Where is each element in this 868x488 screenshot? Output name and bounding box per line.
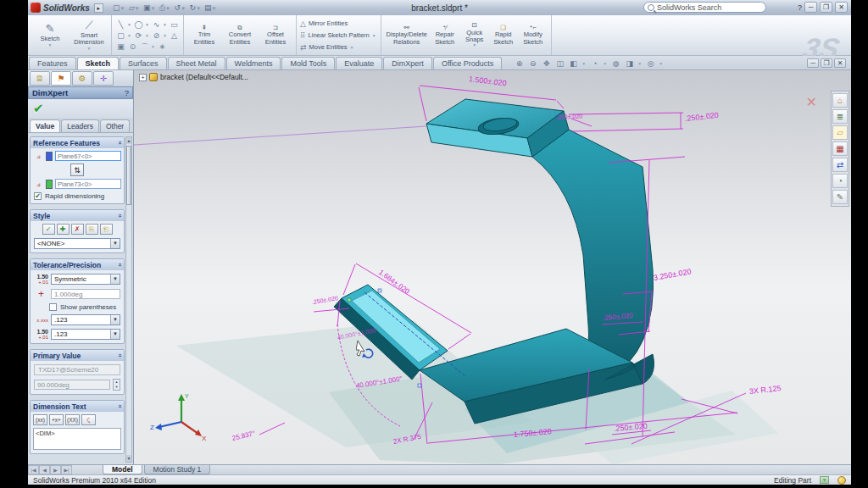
tolerance-value-field[interactable]: 1.000deg [51, 289, 120, 299]
tab-other[interactable]: Other [100, 119, 130, 132]
show-parentheses-checkbox[interactable] [49, 303, 57, 311]
style-add-button[interactable]: ✚ [57, 224, 70, 235]
rectangle-tool-icon[interactable]: ▭ [169, 19, 180, 30]
redo-icon[interactable]: ↻▼ [188, 3, 203, 14]
dim-text-caps-button[interactable]: (XX) [65, 414, 80, 425]
style-dropdown[interactable]: <NONE> ▼ [34, 238, 120, 249]
file-explorer-icon[interactable]: ▱ [832, 125, 848, 140]
panel-scrollbar[interactable]: ▲ ▼ [125, 136, 132, 463]
polygon-tool-icon[interactable]: △ [169, 30, 180, 41]
design-library-icon[interactable]: ≣ [832, 109, 848, 124]
swap-planes-button[interactable]: ⇅ [70, 164, 84, 176]
minimize-button[interactable]: ─ [804, 2, 817, 13]
centerline-tool-icon[interactable]: ∗ [157, 42, 168, 52]
tab-scroll-last-icon[interactable]: ▶| [61, 465, 72, 474]
style-load-button[interactable]: ⎗ [100, 224, 113, 235]
dim-text-leader-button[interactable]: ⤹ [81, 414, 96, 425]
dimension-text-area[interactable]: <DIM> [33, 428, 121, 450]
collapse-icon[interactable]: » [115, 263, 123, 266]
pan-icon[interactable]: ✥ [541, 59, 552, 68]
revolve-tool-icon[interactable]: ⟳ [133, 30, 144, 41]
slot-tool-icon[interactable]: ⊘ [151, 30, 162, 41]
help-button[interactable]: ? [798, 3, 802, 12]
feature-tree-tab-icon[interactable]: 🗎 [30, 71, 50, 86]
appearances-icon[interactable]: ⇄ [832, 158, 848, 172]
tab-scroll-right-icon[interactable]: ▶ [50, 465, 61, 474]
convert-entities-button[interactable]: ⧉ Convert Entities [223, 17, 257, 54]
tab-sketch[interactable]: Sketch [77, 57, 120, 69]
configuration-tab-icon[interactable]: ⚙ [72, 71, 92, 86]
expand-tree-icon[interactable]: + [139, 74, 147, 81]
primary-value-field[interactable]: 90.000deg [34, 380, 110, 390]
tab-surfaces[interactable]: Surfaces [120, 57, 167, 69]
tab-scroll-first-icon[interactable]: |◀ [28, 465, 39, 474]
tolerance-precision-dropdown[interactable]: .123 ▼ [51, 329, 120, 340]
corner-rectangle-icon[interactable]: ▢ [115, 30, 126, 41]
collapse-icon[interactable]: » [115, 404, 123, 408]
collapse-icon[interactable]: » [115, 353, 123, 357]
tab-mold-tools[interactable]: Mold Tools [281, 57, 335, 69]
modify-sketch-button[interactable]: ⁺⌐ Modify Sketch [519, 17, 548, 54]
smart-dimension-button[interactable]: ⟋ Smart Dimension▼ [70, 17, 108, 54]
property-manager-tab-icon[interactable]: ⚑ [51, 71, 71, 86]
rapid-sketch-button[interactable]: ❏ Rapid Sketch [490, 17, 517, 54]
linear-sketch-pattern-button[interactable]: ⠿ Linear Sketch Pattern▼ [300, 30, 377, 41]
menu-expand-icon[interactable]: ▸ [94, 3, 103, 13]
offset-entities-button[interactable]: ⊐ Offset Entities [259, 17, 292, 54]
ok-check-icon[interactable]: ✔ [33, 101, 44, 116]
collapse-icon[interactable]: » [115, 214, 123, 217]
rotate-view-icon[interactable]: ◔ [589, 59, 600, 68]
tab-weldments[interactable]: Weldments [226, 57, 281, 69]
open-icon[interactable]: ▱▼ [127, 3, 142, 14]
tab-scroll-left-icon[interactable]: ◀ [39, 465, 50, 474]
style-delete-button[interactable]: ✗ [71, 224, 84, 235]
scroll-down-icon[interactable]: ▼ [126, 455, 131, 462]
close-button[interactable]: ✕ [835, 2, 848, 13]
point-tool-icon[interactable]: ⊙ [127, 42, 138, 52]
print-icon[interactable]: ⎙▼ [158, 3, 172, 14]
undo-icon[interactable]: ↺▼ [173, 3, 187, 14]
tolerance-type-dropdown[interactable]: Symmetric ▼ [51, 274, 120, 285]
unit-precision-dropdown[interactable]: .123 ▼ [51, 314, 120, 325]
section-view-icon[interactable]: ◨ [624, 59, 635, 68]
scenes-icon[interactable]: ◔ [832, 174, 848, 188]
doc-minimize-button[interactable]: ─ [807, 58, 819, 68]
display-delete-relations-button[interactable]: ⚯ Display/Delete Relations [385, 17, 429, 54]
view-palette-icon[interactable]: ▦ [832, 141, 848, 156]
sketch-button[interactable]: ✎ Sketch▼ [31, 17, 69, 54]
scrollbar-thumb[interactable] [126, 146, 131, 205]
dimxpert-tab-icon[interactable]: ✛ [93, 71, 114, 86]
move-entities-button[interactable]: ⇄ Move Entities▼ [300, 42, 377, 53]
parallelogram-tool-icon[interactable]: ▣ [115, 42, 126, 52]
tab-office-products[interactable]: Office Products [433, 57, 502, 69]
spline-tool-icon[interactable]: ∿ [151, 19, 162, 30]
tab-dimxpert[interactable]: DimXpert [383, 57, 432, 69]
display-style-icon[interactable]: ◧ [568, 59, 579, 68]
view-orientation-icon[interactable]: ◫ [554, 59, 565, 68]
search-input[interactable]: SolidWorks Search [643, 2, 766, 13]
appearance-icon[interactable]: ◎ [645, 59, 656, 68]
scroll-up-icon[interactable]: ▲ [126, 137, 131, 144]
repair-sketch-button[interactable]: ⁺∕ Repair Sketch [431, 17, 459, 54]
tab-evaluate[interactable]: Evaluate [336, 57, 382, 69]
trim-entities-button[interactable]: ⇞ Trim Entities [187, 17, 221, 54]
style-apply-default-button[interactable]: ✓ [42, 224, 55, 235]
restore-button[interactable]: ❐ [820, 2, 832, 13]
doc-close-button[interactable]: ✕ [834, 58, 846, 68]
new-document-icon[interactable]: ▢▼ [112, 3, 126, 14]
panel-help-icon[interactable]: ? [125, 88, 129, 97]
dim-text-xx-button[interactable]: (xx) [33, 414, 47, 425]
collapse-icon[interactable]: » [115, 141, 123, 144]
style-save-button[interactable]: ⎘ [86, 224, 98, 235]
line-tool-icon[interactable]: ╲ [115, 19, 126, 30]
tab-value[interactable]: Value [30, 119, 60, 132]
graphics-viewport[interactable]: + bracket (Default<<Default... 1.500±.02… [134, 70, 851, 464]
shadows-icon[interactable]: ◍ [610, 59, 621, 68]
arc-tool-icon[interactable]: ⌒ [139, 42, 150, 52]
quick-snaps-button[interactable]: ⊡ Quick Snaps▼ [461, 17, 488, 54]
mirror-entities-button[interactable]: △ Mirror Entities [300, 19, 377, 29]
plane2-input[interactable]: Plane73<0> [55, 179, 121, 189]
tab-features[interactable]: Features [29, 57, 76, 69]
tab-motion-study[interactable]: Motion Study 1 [144, 465, 211, 474]
zoom-in-icon[interactable]: ⊕ [514, 59, 525, 68]
